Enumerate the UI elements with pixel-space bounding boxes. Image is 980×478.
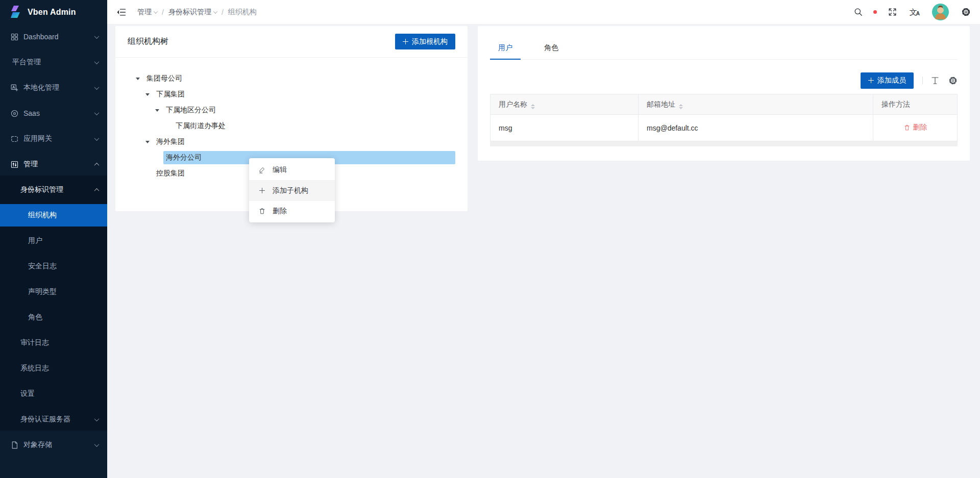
plus-icon <box>868 78 874 83</box>
caret-down-icon[interactable] <box>151 104 163 116</box>
header-actions: 文A <box>853 4 971 20</box>
add-member-button[interactable]: 添加成员 <box>861 72 914 89</box>
context-menu-add-child-org[interactable]: 添加子机构 <box>249 180 335 200</box>
tree-node-street-office[interactable]: 下属街道办事处 <box>128 119 455 133</box>
locale-icon <box>10 84 19 92</box>
breadcrumb-separator: / <box>162 8 164 16</box>
sort-icon[interactable] <box>531 104 535 109</box>
chevron-down-icon <box>213 9 217 13</box>
cell-email: msg@default.cc <box>639 115 873 141</box>
translate-icon[interactable]: 文A <box>910 8 920 16</box>
chevron-up-icon <box>94 188 100 193</box>
chevron-down-icon <box>94 85 100 90</box>
sidebar-item-settings[interactable]: 设置 <box>0 383 107 405</box>
cell-username: msg <box>491 115 639 141</box>
chevron-down-icon <box>154 9 158 13</box>
breadcrumb: 管理 / 身份标识管理 / 组织机构 <box>137 8 257 17</box>
trash-icon <box>903 124 911 131</box>
chevron-down-icon <box>94 442 100 447</box>
table-settings-gear-icon[interactable] <box>948 76 958 85</box>
top-header: 管理 / 身份标识管理 / 组织机构 文A <box>107 0 980 24</box>
tab-users[interactable]: 用户 <box>490 26 521 59</box>
manage-icon <box>10 160 19 169</box>
chevron-down-icon <box>94 110 100 115</box>
cell-actions: 删除 <box>873 115 958 141</box>
chevron-down-icon <box>94 34 100 39</box>
sidebar-item-localization[interactable]: 本地化管理 <box>0 77 107 99</box>
sidebar-item-users[interactable]: 用户 <box>0 230 107 252</box>
dashboard-icon <box>10 33 19 41</box>
chevron-down-icon <box>94 136 100 141</box>
saas-icon <box>10 109 19 118</box>
context-menu-edit[interactable]: 编辑 <box>249 160 335 180</box>
sidebar-item-dashboard[interactable]: Dashboard <box>0 26 107 48</box>
table-row: msg msg@default.cc 删除 <box>491 115 958 141</box>
tree-context-menu: 编辑 添加子机构 删除 <box>249 158 335 222</box>
trash-icon <box>258 207 266 215</box>
settings-gear-icon[interactable] <box>961 7 971 17</box>
caret-down-icon[interactable] <box>141 88 154 100</box>
breadcrumb-item-management[interactable]: 管理 <box>137 8 157 17</box>
sidebar-item-saas[interactable]: Saas <box>0 102 107 124</box>
caret-down-icon[interactable] <box>141 136 154 148</box>
tree-node-overseas-group[interactable]: 海外集团 <box>128 135 455 148</box>
logo-icon <box>9 5 23 20</box>
column-header-username[interactable]: 用户名称 <box>491 94 639 115</box>
edit-icon <box>258 166 266 174</box>
delete-member-button[interactable]: 删除 <box>903 123 927 132</box>
sidebar-item-object-storage[interactable]: 对象存储 <box>0 434 107 456</box>
sidebar-item-organization[interactable]: 组织机构 <box>0 204 107 227</box>
sidebar-item-identity-server[interactable]: 身份认证服务器 <box>0 408 107 431</box>
breadcrumb-separator: / <box>222 8 224 16</box>
sort-icon[interactable] <box>679 104 683 109</box>
tree-node-regional-branch[interactable]: 下属地区分公司 <box>128 104 455 117</box>
breadcrumb-item-organization: 组织机构 <box>228 8 257 17</box>
sidebar-submenu-management: 身份标识管理 组织机构 用户 安全日志 声明类型 角色 审计日志 系统日志 <box>0 175 107 431</box>
column-header-actions: 操作方法 <box>873 94 958 115</box>
table-scrollbar-track[interactable] <box>490 141 958 146</box>
tabs: 用户 角色 <box>490 26 958 60</box>
search-icon[interactable] <box>853 7 863 17</box>
breadcrumb-item-identity-mgmt[interactable]: 身份标识管理 <box>168 8 217 17</box>
gateway-icon <box>10 135 19 143</box>
chevron-down-icon <box>94 59 100 64</box>
fullscreen-icon[interactable] <box>888 7 897 17</box>
sidebar-item-system-log[interactable]: 系统日志 <box>0 357 107 380</box>
org-tree-header: 组织机构树 添加根机构 <box>115 26 468 58</box>
sidebar-item-identity-mgmt[interactable]: 身份标识管理 <box>0 179 107 201</box>
sidebar-item-gateway[interactable]: 应用网关 <box>0 128 107 150</box>
add-root-org-button[interactable]: 添加根机构 <box>395 34 455 49</box>
column-header-email[interactable]: 邮箱地址 <box>639 94 873 115</box>
tab-roles[interactable]: 角色 <box>536 26 567 59</box>
members-card: 用户 角色 添加成员 用户名称 邮箱地址 <box>478 26 970 161</box>
chevron-up-icon <box>94 162 100 167</box>
plus-icon <box>258 187 266 194</box>
chevron-down-icon <box>94 416 100 421</box>
table-header-row: 用户名称 邮箱地址 操作方法 <box>491 94 958 115</box>
app-title: Vben Admin <box>28 8 76 17</box>
sidebar-item-claim-types[interactable]: 声明类型 <box>0 281 107 303</box>
menu-fold-icon[interactable] <box>116 7 127 17</box>
sidebar-item-platform[interactable]: 平台管理 <box>0 51 107 73</box>
sidebar-menu: Dashboard 平台管理 本地化管理 Saas 应用网关 管理 <box>0 24 107 456</box>
app-logo[interactable]: Vben Admin <box>0 0 107 24</box>
org-tree-title: 组织机构树 <box>128 36 168 47</box>
sidebar-item-roles[interactable]: 角色 <box>0 306 107 329</box>
sidebar-item-management[interactable]: 管理 <box>0 153 107 175</box>
notification-dot <box>873 10 877 14</box>
avatar[interactable] <box>932 4 949 20</box>
sidebar-item-audit-log[interactable]: 审计日志 <box>0 332 107 354</box>
tree-node-sub-group[interactable]: 下属集团 <box>128 88 455 101</box>
storage-icon <box>10 441 19 449</box>
sidebar: Vben Admin Dashboard 平台管理 本地化管理 Saas 应用网… <box>0 0 107 478</box>
table-toolbar: 添加成员 <box>490 60 958 94</box>
row-height-icon[interactable] <box>930 76 940 85</box>
toolbar-divider <box>922 77 923 84</box>
tree-node-group-parent[interactable]: 集团母公司 <box>128 72 455 85</box>
sidebar-item-security-log[interactable]: 安全日志 <box>0 255 107 278</box>
context-menu-delete[interactable]: 删除 <box>249 200 335 221</box>
plus-icon <box>403 39 408 44</box>
members-table: 用户名称 邮箱地址 操作方法 msg msg@default.cc <box>490 94 958 141</box>
caret-down-icon[interactable] <box>132 72 144 85</box>
